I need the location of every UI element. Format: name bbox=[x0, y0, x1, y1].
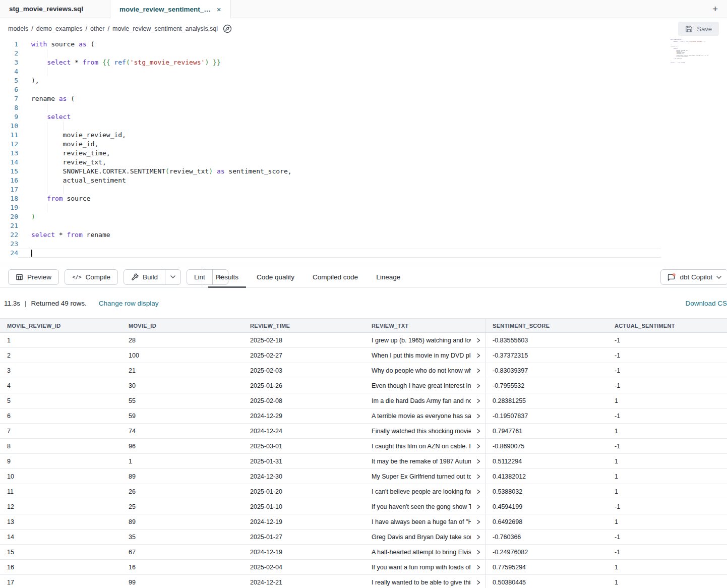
code-line: 5 ), bbox=[0, 76, 727, 85]
expand-review-button[interactable] bbox=[476, 353, 481, 358]
copilot-label: dbt Copilot bbox=[680, 273, 712, 281]
tab-code-quality[interactable]: Code quality bbox=[249, 266, 302, 287]
indent-guide bbox=[47, 131, 47, 140]
indent-guide bbox=[63, 122, 64, 131]
save-button[interactable]: Save bbox=[678, 22, 719, 36]
chevron-right-icon bbox=[476, 338, 481, 343]
compile-button[interactable]: </> Compile bbox=[65, 269, 118, 285]
cell-movie-review-id: 7 bbox=[7, 428, 11, 435]
line-number: 17 bbox=[0, 185, 18, 194]
chevron-right-icon bbox=[476, 398, 481, 403]
line-number: 9 bbox=[0, 112, 18, 122]
tab-bar-spacer bbox=[231, 0, 703, 18]
expand-review-button[interactable] bbox=[476, 519, 481, 524]
expand-review-button[interactable] bbox=[476, 444, 481, 449]
code-line-content bbox=[18, 221, 661, 230]
indent-guide bbox=[47, 103, 47, 112]
change-row-display-link[interactable]: Change row display bbox=[99, 300, 159, 307]
chevron-right-icon bbox=[476, 550, 481, 555]
result-tabs: Results Code quality Compiled code Linea… bbox=[202, 266, 411, 287]
cell-review-txt: A terrible movie as everyone has said. … bbox=[372, 413, 471, 420]
cell-review-txt: I can't believe people are looking for a… bbox=[372, 488, 471, 495]
expand-review-button[interactable] bbox=[476, 535, 481, 540]
expand-review-button[interactable] bbox=[476, 504, 481, 509]
tab-movie-review-sentiment[interactable]: movie_review_sentiment_… × bbox=[110, 0, 231, 19]
expand-review-button[interactable] bbox=[476, 550, 481, 555]
cell-actual-sentiment: 1 bbox=[615, 564, 618, 571]
breadcrumb-segment-file: movie_review_sentiment_analysis.sql bbox=[112, 25, 218, 32]
column-header-sentiment-score: SENTIMENT_SCORE bbox=[486, 319, 608, 332]
code-line-content bbox=[18, 103, 661, 112]
build-button[interactable]: Build bbox=[124, 270, 165, 284]
build-dropdown-button[interactable] bbox=[165, 270, 180, 284]
expand-review-button[interactable] bbox=[476, 580, 481, 585]
line-number: 8 bbox=[0, 103, 18, 112]
cell-sentiment-score: 0.7947761 bbox=[493, 428, 522, 435]
tab-label: Lineage bbox=[376, 273, 400, 281]
expand-review-button[interactable] bbox=[476, 414, 481, 419]
results-table-header: MOVIE_REVIEW_ID MOVIE_ID REVIEW_TIME REV… bbox=[0, 318, 727, 333]
minimap[interactable]: with source as ( select * from {{ ref('s… bbox=[671, 39, 708, 66]
code-lines: 1 with source as ( 2 3 select * from {{ … bbox=[0, 39, 727, 258]
cell-review-txt: It may be the remake of 1987 Autumn'… bbox=[372, 458, 471, 465]
code-line: 13 review_time, bbox=[0, 149, 727, 158]
cell-actual-sentiment: 1 bbox=[615, 579, 618, 586]
cell-actual-sentiment: 1 bbox=[615, 428, 618, 435]
code-line-content: select * from {{ ref('stg_movie_reviews'… bbox=[18, 58, 661, 67]
chevron-right-icon bbox=[476, 414, 481, 419]
expand-review-button[interactable] bbox=[476, 429, 481, 434]
dbt-copilot-button[interactable]: dbt Copilot bbox=[660, 269, 727, 285]
cell-movie-id: 55 bbox=[129, 397, 136, 404]
line-number: 14 bbox=[0, 158, 18, 167]
cell-movie-id: 89 bbox=[129, 518, 136, 525]
cell-sentiment-score: 0.41382012 bbox=[493, 473, 526, 480]
tab-lineage[interactable]: Lineage bbox=[369, 266, 408, 287]
expand-review-button[interactable] bbox=[476, 474, 481, 479]
compile-label: Compile bbox=[85, 273, 110, 281]
editor-tab-bar: stg_movie_reviews.sql movie_review_senti… bbox=[0, 0, 727, 18]
code-line: 22 select * from rename bbox=[0, 230, 727, 240]
cell-review-time: 2024-12-19 bbox=[250, 518, 282, 525]
chevron-right-icon bbox=[476, 459, 481, 464]
chevron-down-icon bbox=[170, 275, 175, 278]
close-tab-icon[interactable]: × bbox=[217, 6, 221, 13]
line-number: 13 bbox=[0, 149, 18, 158]
table-row: 6 59 2024-12-29 A terrible movie as ever… bbox=[0, 408, 727, 424]
editor-toolbar: Preview </> Compile Build Lint bbox=[0, 266, 727, 288]
cell-sentiment-score: -0.83039397 bbox=[493, 367, 528, 374]
tab-stg-movie-reviews[interactable]: stg_movie_reviews.sql bbox=[0, 0, 110, 18]
chevron-right-icon bbox=[476, 429, 481, 434]
compass-icon[interactable] bbox=[223, 24, 232, 33]
cell-review-time: 2025-01-20 bbox=[250, 488, 282, 495]
cell-sentiment-score: -0.8690075 bbox=[493, 443, 524, 450]
save-label: Save bbox=[697, 25, 712, 33]
cell-actual-sentiment: 1 bbox=[615, 473, 618, 480]
expand-review-button[interactable] bbox=[476, 565, 481, 570]
cell-movie-review-id: 6 bbox=[7, 413, 11, 420]
code-line: 18 from source bbox=[0, 194, 727, 203]
cell-movie-id: 100 bbox=[129, 352, 139, 359]
cell-review-txt: My Super Ex Girlfriend turned out to b… bbox=[372, 473, 471, 480]
expand-review-button[interactable] bbox=[476, 489, 481, 494]
expand-review-button[interactable] bbox=[476, 398, 481, 403]
expand-review-button[interactable] bbox=[476, 338, 481, 343]
cell-movie-review-id: 2 bbox=[7, 352, 11, 359]
download-csv-link[interactable]: Download CSV bbox=[685, 300, 727, 307]
code-line-content bbox=[18, 49, 661, 58]
code-icon: </> bbox=[72, 274, 81, 280]
tab-compiled-code[interactable]: Compiled code bbox=[305, 266, 366, 287]
preview-button[interactable]: Preview bbox=[8, 269, 59, 285]
line-number: 21 bbox=[0, 221, 18, 230]
cell-sentiment-score: -0.760366 bbox=[493, 534, 521, 541]
cell-review-time: 2025-01-10 bbox=[250, 503, 282, 510]
table-row: 4 30 2025-01-26 Even though I have great… bbox=[0, 378, 727, 393]
line-number: 15 bbox=[0, 167, 18, 176]
expand-review-button[interactable] bbox=[476, 459, 481, 464]
expand-review-button[interactable] bbox=[476, 383, 481, 388]
column-header-movie-id: MOVIE_ID bbox=[122, 319, 243, 332]
code-editor[interactable]: 1 with source as ( 2 3 select * from {{ … bbox=[0, 39, 727, 266]
cell-movie-review-id: 5 bbox=[7, 397, 11, 404]
tab-results[interactable]: Results bbox=[208, 266, 246, 287]
new-tab-button[interactable]: + bbox=[703, 0, 727, 18]
expand-review-button[interactable] bbox=[476, 368, 481, 373]
